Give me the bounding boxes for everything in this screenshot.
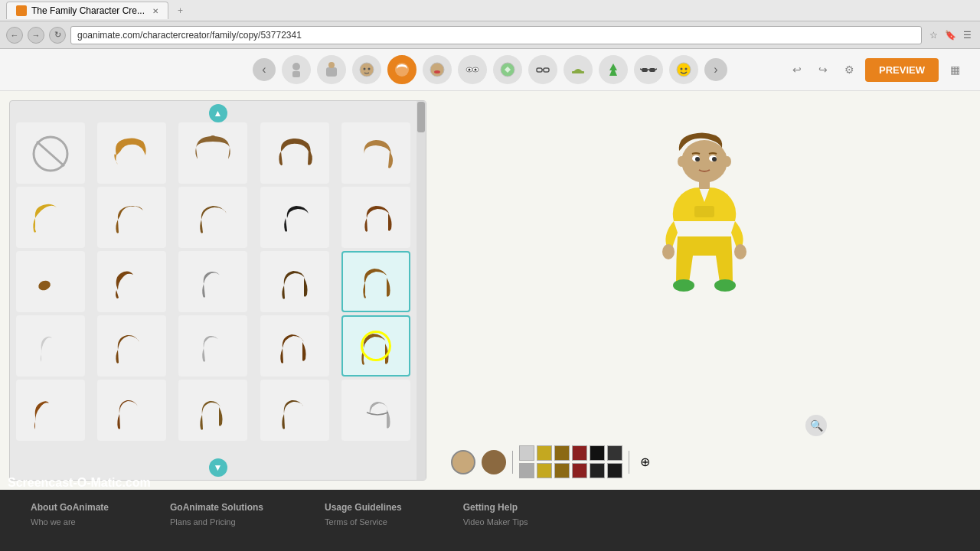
mouth-category-button[interactable] (423, 55, 452, 84)
eyes-category-button[interactable] (458, 55, 487, 84)
svg-point-13 (475, 69, 477, 71)
footer-link-tips[interactable]: Video Maker Tips (463, 517, 528, 527)
hair-option-13[interactable] (260, 251, 329, 312)
color-swatch-gray[interactable] (519, 445, 534, 461)
hair-option-none[interactable] (16, 122, 85, 184)
character-figure (647, 114, 769, 328)
hair-option-10[interactable] (16, 251, 85, 312)
footer-col-solutions: GoAnimate Solutions Plans and Pricing (170, 502, 263, 527)
color-swatch-brown[interactable] (554, 445, 570, 461)
footer-heading-usage: Usage Guidelines (325, 502, 402, 513)
hair-option-4[interactable] (341, 122, 410, 184)
prev-category-button[interactable]: ‹ (253, 58, 276, 81)
hair-option-18[interactable] (260, 315, 329, 377)
url-text: goanimate.com/charactercreator/family/co… (77, 30, 302, 41)
svg-rect-18 (572, 71, 584, 73)
screencast-watermark: Screencast-O-Matic.com (8, 476, 151, 490)
svg-point-34 (695, 157, 700, 161)
hair-option-8[interactable] (260, 187, 329, 248)
hair-option-22[interactable] (178, 380, 247, 441)
hair-option-11[interactable] (97, 251, 166, 312)
svg-point-5 (364, 68, 366, 70)
hat-category-button[interactable] (564, 55, 593, 84)
sunglasses-category-button[interactable] (634, 55, 663, 84)
nav-icons: ☆ 🔖 ☰ (926, 28, 974, 42)
browser-tab[interactable]: The Family Character Cre... ✕ (6, 2, 168, 19)
hair-option-16[interactable] (97, 315, 166, 377)
preview-button[interactable]: PREVIEW (865, 58, 939, 82)
menu-icon[interactable]: ☰ (960, 28, 974, 42)
accessory-category-button[interactable] (493, 55, 522, 84)
bookmark-icon[interactable]: 🔖 (943, 28, 957, 42)
hair-option-19-selected[interactable] (341, 315, 410, 377)
redo-button[interactable]: ↪ (813, 60, 833, 80)
svg-rect-39 (694, 206, 714, 217)
refresh-button[interactable]: ↻ (49, 27, 66, 44)
star-icon[interactable]: ☆ (926, 28, 940, 42)
footer-col-about: About GoAnimate Who we are (31, 502, 109, 527)
back-button[interactable]: ← (6, 27, 23, 44)
color-swatch-black3[interactable] (607, 463, 622, 478)
color-swatches (519, 445, 622, 478)
color-swatch-brown2[interactable] (554, 463, 570, 478)
hair-option-7[interactable] (178, 187, 247, 248)
hair-option-21[interactable] (97, 380, 166, 441)
color-swatch-red2[interactable] (572, 463, 587, 478)
hair-category-button[interactable] (387, 55, 416, 84)
svg-point-25 (681, 68, 683, 70)
footer-col-help: Getting Help Video Maker Tips (463, 502, 528, 527)
tree-category-button[interactable] (599, 55, 628, 84)
hair-option-3[interactable] (260, 122, 329, 184)
undo-button[interactable]: ↩ (787, 60, 807, 80)
glasses-category-button[interactable] (528, 55, 557, 84)
hair-option-15[interactable] (16, 315, 85, 377)
svg-rect-16 (544, 68, 549, 72)
footer-link-who[interactable]: Who we are (31, 517, 109, 527)
color-swatch-red[interactable] (572, 445, 587, 461)
hair-option-6[interactable] (97, 187, 166, 248)
next-category-button[interactable]: › (704, 58, 727, 81)
hair-option-2[interactable] (178, 122, 247, 184)
address-bar[interactable]: goanimate.com/charactercreator/family/co… (70, 26, 922, 44)
color-swatch-black[interactable] (590, 445, 605, 461)
zoom-button[interactable]: 🔍 (805, 415, 827, 436)
color-swatch-gold[interactable] (537, 445, 552, 461)
svg-rect-2 (326, 67, 337, 77)
settings-button[interactable]: ⚙ (839, 60, 859, 80)
skin-swatch-2[interactable] (482, 450, 506, 474)
scrollbar-thumb[interactable] (417, 102, 425, 132)
palette-divider (512, 451, 513, 474)
color-swatch-gold2[interactable] (537, 463, 552, 478)
tab-plus[interactable]: + (178, 5, 183, 16)
hair-option-24[interactable] (341, 380, 410, 441)
layout-button[interactable]: ▦ (945, 60, 965, 80)
color-swatch-black2[interactable] (590, 463, 605, 478)
hair-option-23[interactable] (260, 380, 329, 441)
hair-option-12[interactable] (178, 251, 247, 312)
hair-option-17[interactable] (178, 315, 247, 377)
svg-point-42 (673, 279, 694, 292)
footer-link-plans[interactable]: Plans and Pricing (170, 517, 263, 527)
footer: About GoAnimate Who we are GoAnimate Sol… (0, 490, 980, 551)
hair-option-1[interactable] (97, 122, 166, 184)
face-category-button[interactable] (352, 55, 381, 84)
footer-link-terms[interactable]: Terms of Service (325, 517, 402, 527)
scroll-up-button[interactable]: ▲ (209, 104, 227, 122)
body-category-button[interactable] (282, 55, 311, 84)
skin-swatch-1[interactable] (451, 450, 475, 474)
move-palette-handle[interactable]: ⊕ (635, 453, 654, 471)
palette-divider2 (629, 451, 629, 474)
hair-option-20[interactable] (16, 380, 85, 441)
torso-category-button[interactable] (317, 55, 346, 84)
tab-close-button[interactable]: ✕ (152, 7, 158, 15)
forward-button[interactable]: → (28, 27, 44, 44)
scroll-down-button[interactable]: ▼ (209, 458, 227, 477)
hair-option-14-selected[interactable] (341, 251, 410, 312)
svg-point-3 (328, 62, 335, 68)
hair-option-9[interactable] (341, 187, 410, 248)
hair-option-5[interactable] (16, 187, 85, 248)
color-swatch-gray2[interactable] (519, 463, 534, 478)
color-swatch-darkgray[interactable] (607, 445, 622, 461)
emoji-category-button[interactable] (669, 55, 698, 84)
scrollbar[interactable] (416, 101, 426, 480)
